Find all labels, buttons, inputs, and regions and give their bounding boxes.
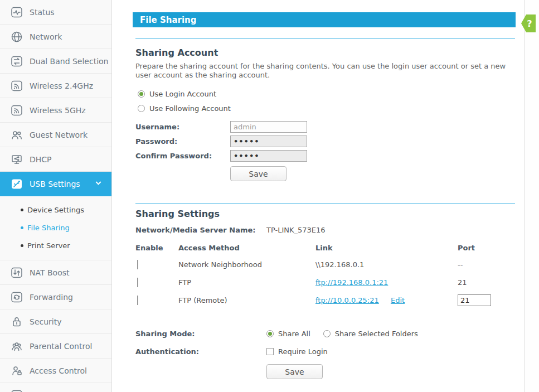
dual-band-icon bbox=[11, 55, 23, 67]
usb-icon bbox=[11, 178, 23, 190]
page-title-bar: File Sharing bbox=[133, 12, 516, 27]
sharing-mode-row: Sharing Mode: Share All Share Selected F… bbox=[135, 326, 515, 341]
sidebar-item-wireless-24[interactable]: Wireless 2.4GHz bbox=[0, 74, 111, 98]
table-row: Network Neighborhood \\192.168.0.1 -- bbox=[135, 255, 515, 273]
chevron-down-icon bbox=[96, 180, 101, 185]
access-method-cell: Network Neighborhood bbox=[178, 260, 315, 269]
help-icon[interactable]: ? bbox=[521, 13, 537, 36]
access-control-icon bbox=[11, 365, 23, 377]
port-cell: -- bbox=[458, 260, 515, 269]
usb-settings-submenu: Device Settings File Sharing Print Serve… bbox=[0, 196, 111, 260]
username-field[interactable] bbox=[230, 121, 307, 133]
radio-label: Share Selected Folders bbox=[335, 330, 418, 338]
sidebar-item-forwarding[interactable]: Forwarding bbox=[0, 285, 111, 309]
confirm-password-field[interactable] bbox=[230, 150, 307, 162]
table-header-row: Enable Access Method Link Port bbox=[135, 240, 515, 255]
sidebar-item-clipped[interactable] bbox=[0, 383, 111, 392]
username-label: Username: bbox=[135, 123, 230, 131]
dhcp-icon bbox=[11, 153, 23, 166]
enable-ftp-remote-checkbox[interactable] bbox=[137, 296, 138, 305]
radio-label: Use Login Account bbox=[149, 90, 216, 98]
status-icon bbox=[11, 6, 23, 18]
bullet-icon bbox=[21, 209, 23, 211]
help-rail: ? bbox=[525, 0, 539, 392]
sidebar-item-parental-control[interactable]: Parental Control bbox=[0, 334, 111, 359]
share-all-radio[interactable]: Share All bbox=[266, 330, 310, 338]
server-name-row: Network/Media Server Name: TP-LINK_573E1… bbox=[135, 226, 515, 234]
sidebar-item-network[interactable]: Network bbox=[0, 25, 111, 49]
section-divider bbox=[135, 204, 515, 204]
enable-neighborhood-checkbox[interactable] bbox=[137, 260, 138, 269]
parental-control-icon bbox=[11, 340, 23, 352]
server-name-value: TP-LINK_573E16 bbox=[266, 226, 326, 234]
password-label: Password: bbox=[135, 137, 230, 146]
sidebar-item-security[interactable]: Security bbox=[0, 309, 111, 334]
sidebar-item-label: Guest Network bbox=[30, 130, 88, 139]
network-icon bbox=[11, 31, 23, 43]
wireless-icon bbox=[11, 104, 23, 117]
sidebar-item-label: Parental Control bbox=[30, 342, 92, 351]
sidebar-item-label: USB Settings bbox=[30, 180, 80, 188]
remote-port-field[interactable] bbox=[458, 294, 491, 306]
sidebar-item-nat-boost[interactable]: NAT Boost bbox=[0, 260, 111, 285]
sidebar-item-usb-settings[interactable]: USB Settings bbox=[0, 172, 111, 196]
access-method-cell: FTP bbox=[178, 278, 315, 287]
sidebar-item-dhcp[interactable]: DHCP bbox=[0, 147, 111, 172]
use-login-account-radio[interactable]: Use Login Account bbox=[138, 86, 515, 101]
sidebar-subitem-device-settings[interactable]: Device Settings bbox=[0, 201, 111, 219]
sidebar-item-access-control[interactable]: Access Control bbox=[0, 359, 111, 383]
ftp-link[interactable]: ftp://192.168.0.1:21 bbox=[315, 278, 388, 287]
radio-label: Share All bbox=[278, 330, 310, 338]
authentication-row: Authentication: Require Login bbox=[135, 344, 515, 359]
forwarding-icon bbox=[11, 291, 23, 303]
sidebar-subitem-print-server[interactable]: Print Server bbox=[0, 236, 111, 254]
column-header-enable: Enable bbox=[135, 244, 178, 252]
share-selected-folders-radio[interactable]: Share Selected Folders bbox=[323, 330, 418, 338]
access-method-cell: FTP (Remote) bbox=[178, 296, 315, 304]
sharing-mode-label: Sharing Mode: bbox=[135, 330, 266, 338]
sidebar: Status Network Dual Band Selection Wirel… bbox=[0, 0, 112, 392]
settings-save-button[interactable]: Save bbox=[266, 364, 323, 379]
radio-label: Use Following Account bbox=[149, 104, 231, 113]
sidebar-item-dual-band[interactable]: Dual Band Selection bbox=[0, 49, 111, 74]
wireless-icon bbox=[11, 80, 23, 92]
sidebar-item-label: Network bbox=[30, 32, 62, 41]
sidebar-item-label: Wireless 5GHz bbox=[30, 106, 86, 115]
sidebar-item-label: NAT Boost bbox=[30, 268, 69, 277]
sidebar-item-label: Access Control bbox=[30, 366, 87, 375]
column-header-link: Link bbox=[315, 244, 458, 252]
sidebar-item-guest-network[interactable]: Guest Network bbox=[0, 123, 111, 147]
guest-network-icon bbox=[11, 129, 23, 141]
radio-selected-icon bbox=[266, 330, 274, 337]
require-login-checkbox[interactable] bbox=[266, 348, 274, 355]
radio-selected-icon bbox=[138, 90, 145, 98]
table-row: FTP ftp://192.168.0.1:21 21 bbox=[135, 273, 515, 291]
edit-link[interactable]: Edit bbox=[391, 296, 405, 304]
account-save-button[interactable]: Save bbox=[230, 166, 287, 181]
use-following-account-radio[interactable]: Use Following Account bbox=[138, 101, 515, 115]
require-login-label[interactable]: Require Login bbox=[278, 347, 328, 356]
sidebar-subitem-label: File Sharing bbox=[27, 224, 70, 232]
access-method-table: Enable Access Method Link Port Network N… bbox=[135, 240, 515, 309]
port-cell: 21 bbox=[458, 278, 515, 287]
sharing-settings-heading: Sharing Settings bbox=[135, 209, 515, 219]
sidebar-item-label: Dual Band Selection bbox=[30, 57, 108, 66]
confirm-password-row: Confirm Password: bbox=[135, 148, 515, 163]
radio-unselected-icon bbox=[138, 105, 145, 112]
column-header-port: Port bbox=[458, 244, 515, 252]
sidebar-item-label: Forwarding bbox=[30, 293, 73, 302]
radio-unselected-icon bbox=[323, 330, 331, 337]
ftp-remote-link[interactable]: ftp://10.0.0.25:21 bbox=[315, 296, 379, 304]
enable-ftp-checkbox[interactable] bbox=[137, 278, 138, 287]
sidebar-item-label: Security bbox=[30, 317, 62, 326]
column-header-access-method: Access Method bbox=[178, 244, 315, 252]
sidebar-item-status[interactable]: Status bbox=[0, 0, 111, 25]
password-field[interactable] bbox=[230, 135, 307, 147]
clipped-menu-icon bbox=[11, 389, 23, 392]
sidebar-item-wireless-5[interactable]: Wireless 5GHz bbox=[0, 98, 111, 123]
sidebar-subitem-file-sharing[interactable]: File Sharing bbox=[0, 219, 111, 236]
sidebar-item-label: Status bbox=[30, 8, 55, 17]
sidebar-item-label: DHCP bbox=[30, 155, 52, 164]
sharing-account-heading: Sharing Account bbox=[135, 47, 515, 58]
bullet-icon bbox=[21, 226, 23, 229]
